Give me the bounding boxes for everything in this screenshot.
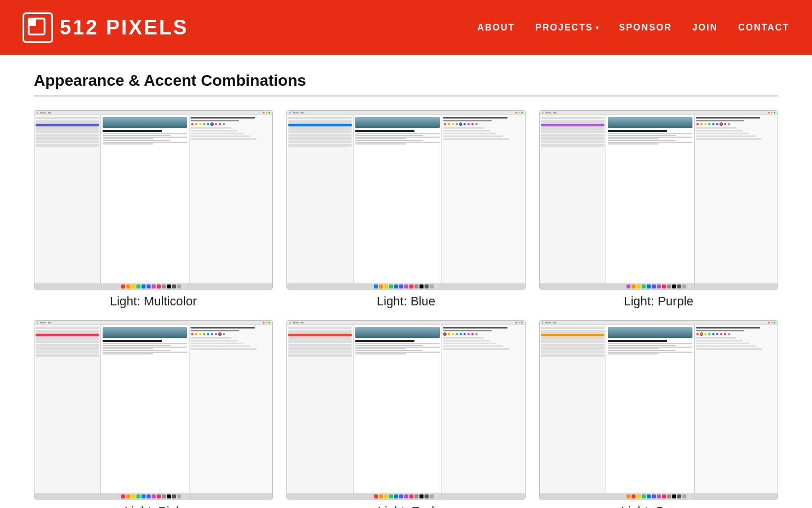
mock-screen-pink: ⊞WindowHelp: [34, 321, 272, 499]
mock-menubar: ⊞WindowHelp: [540, 321, 778, 325]
nav-sponsor[interactable]: SPONSOR: [619, 23, 672, 33]
nav-contact[interactable]: CONTACT: [738, 23, 789, 33]
mock-menubar: ⊞WindowHelp: [287, 321, 525, 325]
main-nav: ABOUT PROJECTS ▾ SPONSOR JOIN CONTACT: [477, 23, 789, 33]
screenshot-thumb-multicolor: ⊞WindowHelp: [34, 110, 273, 290]
nav-projects[interactable]: PROJECTS: [535, 23, 593, 33]
page-title: Appearance & Accent Combinations: [34, 72, 778, 97]
logo-area: 512 PIXELS: [23, 12, 188, 43]
nav-about[interactable]: ABOUT: [477, 23, 515, 33]
screenshot-item-purple: ⊞WindowHelpLight: Purple: [539, 110, 778, 309]
screenshot-label-multicolor: Light: Multicolor: [110, 294, 197, 309]
site-header: 512 PIXELS ABOUT PROJECTS ▾ SPONSOR JOIN…: [0, 0, 812, 55]
screenshot-label-red: Light: Red: [378, 504, 434, 508]
screenshot-label-pink: Light: Pink: [125, 504, 183, 508]
screenshot-label-blue: Light: Blue: [377, 294, 435, 309]
screenshots-grid: ⊞WindowHelpLight: Multicolor⊞WindowHelpL…: [34, 110, 778, 508]
main-content: Appearance & Accent Combinations ⊞Window…: [0, 55, 812, 508]
mock-screen-purple: ⊞WindowHelp: [540, 111, 778, 289]
screenshot-item-red: ⊞WindowHelpLight: Red: [286, 320, 526, 508]
svg-rect-1: [29, 19, 36, 26]
screenshot-label-purple: Light: Purple: [624, 294, 694, 309]
screenshot-item-pink: ⊞WindowHelpLight: Pink: [34, 320, 273, 508]
mock-menubar: ⊞WindowHelp: [34, 111, 272, 115]
screenshot-item-multicolor: ⊞WindowHelpLight: Multicolor: [34, 110, 273, 309]
nav-join[interactable]: JOIN: [692, 23, 718, 33]
screenshot-thumb-purple: ⊞WindowHelp: [539, 110, 778, 290]
mock-screen-orange: ⊞WindowHelp: [540, 321, 778, 499]
screenshot-item-orange: ⊞WindowHelpLight: Orange: [539, 320, 778, 508]
logo-text: 512 PIXELS: [60, 16, 188, 40]
nav-projects-item: PROJECTS ▾: [535, 23, 598, 33]
mock-screen-red: ⊞WindowHelp: [287, 321, 525, 499]
mock-menubar: ⊞WindowHelp: [540, 111, 778, 115]
screenshot-thumb-red: ⊞WindowHelp: [286, 320, 526, 500]
projects-dropdown-arrow: ▾: [595, 24, 599, 32]
screenshot-label-orange: Light: Orange: [621, 504, 696, 508]
mock-menubar: ⊞WindowHelp: [287, 111, 525, 115]
screenshot-item-blue: ⊞WindowHelpLight: Blue: [286, 110, 526, 309]
screenshot-thumb-pink: ⊞WindowHelp: [34, 320, 273, 500]
mock-screen-multicolor: ⊞WindowHelp: [34, 111, 272, 289]
mock-screen-blue: ⊞WindowHelp: [287, 111, 525, 289]
screenshot-thumb-orange: ⊞WindowHelp: [539, 320, 778, 500]
screenshot-thumb-blue: ⊞WindowHelp: [286, 110, 526, 290]
logo-icon: [23, 12, 53, 43]
mock-menubar: ⊞WindowHelp: [34, 321, 272, 325]
